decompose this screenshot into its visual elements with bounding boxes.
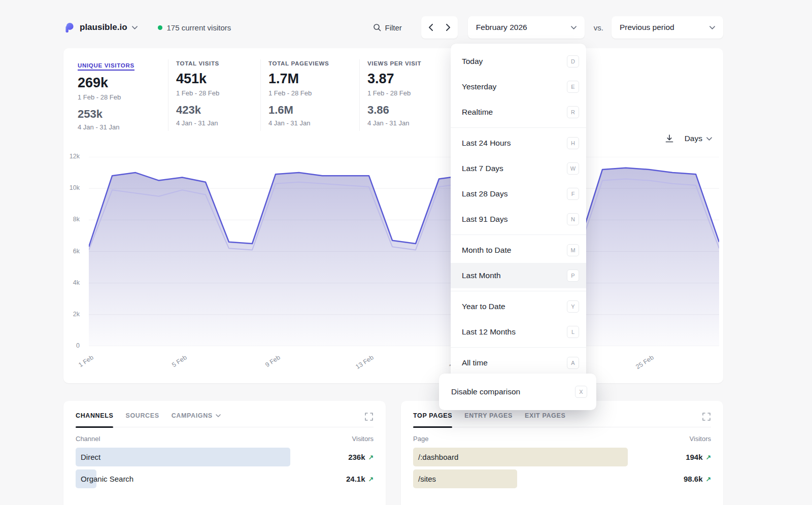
current-visitors[interactable]: 175 current visitors [158, 23, 231, 32]
row-value: 236k↗ [348, 453, 374, 461]
menu-item-month-to-date[interactable]: Month to DateM [451, 238, 586, 263]
row-value: 98.6k↗ [684, 475, 711, 483]
filter-button[interactable]: Filter [373, 23, 401, 32]
stat-card-total-visits[interactable]: TOTAL VISITS451k1 Feb - 28 Feb423k4 Jan … [168, 59, 260, 131]
menu-item-label: Last 7 Days [462, 163, 503, 174]
channels-rows: Direct236k↗Organic Search24.1k↗ [76, 448, 374, 488]
y-axis: 02k4k6k8k10k12k [63, 157, 84, 346]
menu-item-last-24-hours[interactable]: Last 24 HoursH [451, 130, 586, 156]
tab-campaigns[interactable]: CAMPAIGNS [172, 412, 221, 427]
menu-item-label: Last 24 Hours [462, 138, 511, 148]
table-row-direct[interactable]: Direct236k↗ [76, 448, 374, 466]
shortcut-key-badge: X [575, 386, 587, 398]
menu-item-last-7-days[interactable]: Last 7 DaysW [451, 156, 586, 181]
stat-period: 1 Feb - 28 Feb [78, 93, 159, 101]
menu-group: Year to DateYLast 12 MonthsL [451, 291, 586, 347]
x-axis-tick: 25 Feb [621, 354, 655, 379]
tab-entry-pages[interactable]: ENTRY PAGES [464, 412, 513, 427]
download-button[interactable] [664, 133, 674, 144]
next-period-arrow-button[interactable] [439, 17, 457, 38]
expand-icon[interactable] [702, 412, 711, 421]
chevron-down-icon [216, 414, 221, 417]
chart-controls: Days [664, 133, 712, 144]
stat-previous-value: 1.6M [268, 104, 350, 117]
table-row-dashboard[interactable]: /:dashboard194k↗ [413, 448, 711, 466]
expand-icon[interactable] [364, 412, 374, 421]
stat-previous-period: 4 Jan - 31 Jan [176, 119, 251, 127]
chevron-down-icon [709, 26, 715, 29]
row-label: Organic Search [76, 475, 133, 483]
filter-label: Filter [385, 23, 401, 32]
menu-item-realtime[interactable]: RealtimeR [451, 99, 586, 125]
stat-value: 451k [176, 71, 251, 87]
tab-label: TOP PAGES [413, 412, 452, 419]
table-header: Page Visitors [413, 435, 711, 443]
stat-value: 3.87 [367, 71, 443, 87]
stat-value: 269k [78, 75, 159, 91]
pages-panel: TOP PAGESENTRY PAGESEXIT PAGES Page Visi… [401, 401, 723, 505]
stat-label: UNIQUE VISITORS [78, 62, 134, 71]
tab-top-pages[interactable]: TOP PAGES [413, 412, 452, 427]
table-row-organic-search[interactable]: Organic Search24.1k↗ [76, 469, 374, 488]
search-icon [373, 23, 381, 31]
previous-period-arrow-button[interactable] [422, 17, 439, 38]
live-dot-icon [158, 25, 162, 30]
plausible-logo-icon [63, 22, 75, 33]
topbar: plausible.io 175 current visitors Filter… [63, 15, 723, 40]
table-header: Channel Visitors [76, 435, 374, 443]
interval-label: Days [685, 134, 702, 143]
comparison-popup: Disable comparison X [439, 374, 596, 410]
menu-item-last-month[interactable]: Last MonthP [451, 263, 586, 288]
stat-period: 1 Feb - 28 Feb [268, 89, 350, 97]
x-axis-tick: 9 Feb [248, 354, 281, 379]
menu-item-last-28-days[interactable]: Last 28 DaysF [451, 181, 586, 207]
menu-item-yesterday[interactable]: YesterdayE [451, 74, 586, 99]
date-range-dropdown[interactable]: February 2026 [468, 16, 585, 39]
shortcut-key-badge: L [567, 326, 579, 338]
tab-sources[interactable]: SOURCES [125, 412, 159, 427]
stat-label: TOTAL VISITS [176, 60, 251, 66]
external-arrow-icon: ↗ [706, 475, 711, 483]
menu-group: Month to DateMLast MonthP [451, 234, 586, 291]
y-axis-tick: 8k [73, 216, 80, 223]
menu-item-label: Last 28 Days [462, 189, 507, 199]
stat-label: VIEWS PER VISIT [367, 60, 443, 66]
comparison-dropdown[interactable]: Previous period [612, 16, 723, 39]
menu-item-last-91-days[interactable]: Last 91 DaysN [451, 207, 586, 232]
tab-label: ENTRY PAGES [464, 412, 513, 419]
table-row-sites[interactable]: /sites98.6k↗ [413, 469, 711, 488]
menu-item-label: Last 12 Months [462, 327, 516, 337]
interval-dropdown[interactable]: Days [685, 134, 712, 143]
menu-item-all-time[interactable]: All timeA [451, 350, 586, 376]
menu-item-label: All time [462, 358, 488, 368]
y-axis-tick: 0 [76, 342, 80, 349]
tab-exit-pages[interactable]: EXIT PAGES [525, 412, 565, 427]
shortcut-key-badge: E [567, 81, 579, 93]
current-visitors-label: 175 current visitors [167, 23, 231, 32]
menu-item-year-to-date[interactable]: Year to DateY [451, 294, 586, 319]
stat-card-total-pageviews[interactable]: TOTAL PAGEVIEWS1.7M1 Feb - 28 Feb1.6M4 J… [260, 59, 359, 131]
column-header-right: Visitors [690, 435, 711, 443]
menu-item-today[interactable]: TodayD [451, 49, 586, 74]
external-arrow-icon: ↗ [368, 453, 374, 461]
tab-channels[interactable]: CHANNELS [76, 412, 113, 427]
chevron-down-icon [706, 137, 712, 141]
visitors-chart[interactable] [89, 157, 719, 346]
x-axis-tick: 1 Feb [61, 354, 94, 379]
shortcut-key-badge: A [567, 357, 579, 369]
menu-item-last-12-months[interactable]: Last 12 MonthsL [451, 319, 586, 345]
stat-previous-value: 253k [78, 108, 159, 121]
pages-tabs: TOP PAGESENTRY PAGESEXIT PAGES [413, 412, 565, 427]
stat-card-unique-visitors[interactable]: UNIQUE VISITORS269k1 Feb - 28 Feb253k4 J… [78, 59, 168, 131]
y-axis-tick: 10k [70, 184, 80, 191]
menu-group: Last 24 HoursHLast 7 DaysWLast 28 DaysFL… [451, 127, 586, 234]
menu-item-disable-comparison[interactable]: Disable comparison X [444, 379, 591, 405]
analytics-card: UNIQUE VISITORS269k1 Feb - 28 Feb253k4 J… [63, 48, 723, 383]
stat-card-views-per-visit[interactable]: VIEWS PER VISIT3.871 Feb - 28 Feb3.864 J… [359, 59, 452, 131]
menu-item-label: Year to Date [462, 301, 505, 312]
shortcut-key-badge: H [567, 137, 579, 149]
site-picker[interactable]: plausible.io [63, 22, 138, 33]
shortcut-key-badge: Y [567, 300, 579, 313]
menu-group: TodayDYesterdayERealtimeR [451, 46, 586, 127]
menu-item-label: Last Month [462, 271, 501, 281]
